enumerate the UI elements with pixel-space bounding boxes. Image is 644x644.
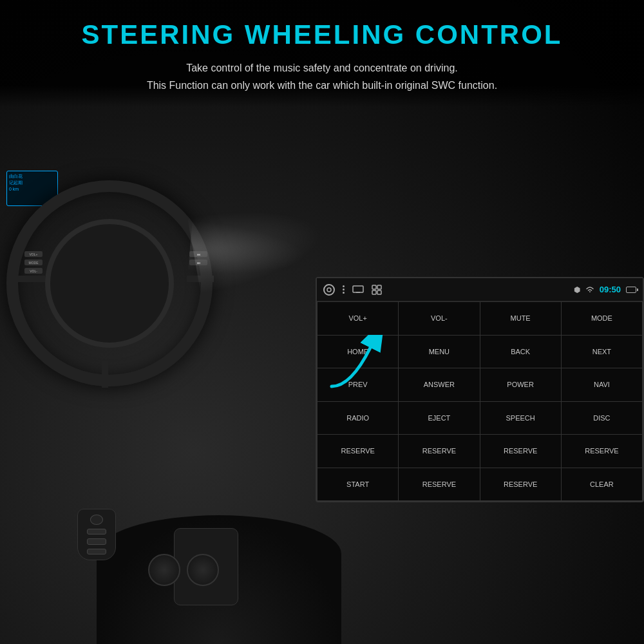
desc-line1: Take control of the music safety and con… [39,59,605,77]
grid-cell-r4-c3[interactable]: RESERVE [562,435,643,468]
app-icon[interactable] [372,285,382,295]
grid-cell-r1-c3[interactable]: NEXT [562,336,643,369]
svg-rect-4 [377,285,381,289]
wheel-btn-vol-plus[interactable]: VOL+ [24,251,43,257]
svg-rect-3 [372,285,376,289]
header: STEERING WHEELING CONTROL Take control o… [0,0,644,107]
light-beam-2 [188,220,308,281]
svg-rect-5 [372,290,376,294]
desc-line2: This Function can only work with the car… [39,77,605,94]
grid-cell-r0-c2[interactable]: MUTE [480,302,562,336]
status-right-icons: ⬢ 09:50 [574,285,636,294]
grid-cell-r1-c2[interactable]: BACK [480,336,562,369]
grid-cell-r3-c1[interactable]: EJECT [399,402,480,435]
key-fob-btn3 [87,549,106,555]
swc-control-grid: VOL+VOL-MUTEMODEHOMEMENUBACKNEXTPREVANSW… [317,301,643,501]
wheel-hub [45,219,174,348]
ac-controls [148,554,219,586]
dot1 [343,285,345,287]
screen-icon[interactable] [352,285,364,294]
svg-rect-1 [353,286,363,292]
ac-dial-left [148,554,180,586]
status-time: 09:50 [600,285,621,294]
menu-dots-icon[interactable] [343,285,345,294]
bluetooth-icon: ⬢ [574,285,580,294]
key-fob-btn1 [87,529,106,535]
svg-rect-6 [377,290,381,294]
key-fob [77,509,116,560]
wheel-spoke-left [18,276,45,282]
battery-icon [626,287,636,293]
steering-wheel: VOL+ MODE VOL- ⏮ ⏭ [6,180,225,399]
wheel-spoke-bottom [102,361,108,388]
grid-cell-r5-c2[interactable]: RESERVE [480,468,562,502]
dash-line1: 由白花 [9,173,55,180]
grid-cell-r4-c2[interactable]: RESERVE [480,435,562,468]
dot3 [343,292,345,294]
wheel-btn-vol-minus[interactable]: VOL- [24,268,43,274]
grid-cell-r1-c1[interactable]: MENU [399,336,480,369]
wheel-btn-mode[interactable]: MODE [24,260,43,265]
grid-cell-r3-c0[interactable]: RADIO [317,402,399,435]
dot2 [343,289,345,290]
wheel-buttons-left: VOL+ MODE VOL- [24,251,43,274]
description: Take control of the music safety and con… [39,59,605,94]
grid-cell-r0-c0[interactable]: VOL+ [317,302,399,336]
grid-cell-r4-c0[interactable]: RESERVE [317,435,399,468]
page-title: STEERING WHEELING CONTROL [39,19,605,50]
grid-cell-r2-c0[interactable]: PREV [317,368,399,402]
key-fob-btn2 [87,538,106,545]
grid-cell-r2-c3[interactable]: NAVI [562,368,643,402]
key-fob-top [90,515,103,525]
grid-cell-r3-c2[interactable]: SPEECH [480,402,562,435]
grid-cell-r1-c0[interactable]: HOME [317,336,399,369]
grid-cell-r0-c3[interactable]: MODE [562,302,643,336]
grid-cell-r5-c0[interactable]: START [317,468,399,502]
svg-point-0 [327,288,331,292]
grid-cell-r5-c1[interactable]: RESERVE [399,468,480,502]
status-bar: ⬢ 09:50 [317,278,643,301]
grid-cell-r2-c1[interactable]: ANSWER [399,368,480,402]
grid-cell-r3-c3[interactable]: DISC [562,402,643,435]
grid-cell-r4-c1[interactable]: RESERVE [399,435,480,468]
ac-dial-right [187,554,219,586]
home-icon[interactable] [323,284,335,296]
grid-cell-r2-c2[interactable]: POWER [480,368,562,402]
grid-cell-r5-c3[interactable]: CLEAR [562,468,643,502]
wifi-icon [585,286,594,293]
grid-cell-r0-c1[interactable]: VOL- [399,302,480,336]
android-screen: ⬢ 09:50 VOL+VOL-MUTEMODEHOMEMENUBACKNEXT… [316,277,644,502]
